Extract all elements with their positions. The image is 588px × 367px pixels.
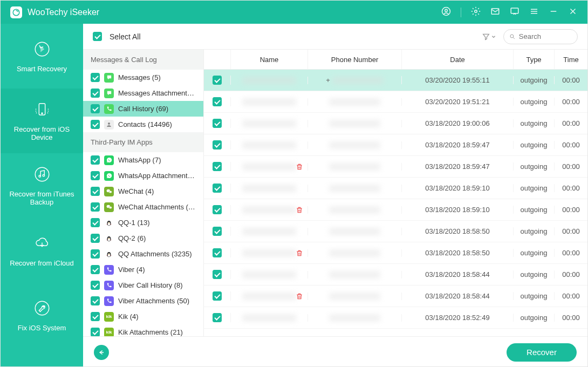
cell-type: outgoing (514, 184, 555, 192)
search-box[interactable] (503, 29, 578, 44)
select-all-checkbox[interactable] (93, 32, 102, 41)
table-row[interactable]: 03/18/2020 18:58:50outgoing00:00 (204, 221, 587, 242)
row-checkbox[interactable] (213, 270, 222, 279)
row-checkbox[interactable] (213, 227, 222, 236)
table-row[interactable]: +03/20/2020 19:55:11outgoing00:00 (204, 70, 587, 91)
grid-body[interactable]: +03/20/2020 19:55:11outgoing00:0003/20/2… (204, 70, 587, 336)
close-icon[interactable] (568, 6, 578, 18)
sidebar-item-smart-recovery[interactable]: Smart Recovery (1, 24, 83, 89)
table-row[interactable]: 03/18/2020 18:59:47outgoing00:00 (204, 134, 587, 156)
category-label: WeChat Attachments (986) (118, 203, 196, 211)
wechat-icon (104, 202, 114, 212)
filter-icon[interactable] (482, 32, 496, 41)
category-checkbox[interactable] (91, 202, 100, 212)
row-checkbox[interactable] (213, 184, 222, 193)
category-checkbox[interactable] (91, 73, 100, 82)
col-type[interactable]: Type (514, 50, 555, 69)
category-item[interactable]: Viber Call History (8) (83, 277, 203, 293)
category-checkbox[interactable] (91, 218, 100, 227)
row-checkbox[interactable] (213, 97, 222, 106)
category-item[interactable]: QQ-2 (6) (83, 230, 203, 246)
cell-name (231, 206, 308, 214)
table-row[interactable]: 03/18/2020 19:00:06outgoing00:00 (204, 113, 587, 134)
separator (461, 8, 461, 17)
category-checkbox[interactable] (91, 281, 100, 290)
category-item[interactable]: Contacts (14496) (83, 117, 203, 132)
search-input[interactable] (519, 32, 572, 40)
category-checkbox[interactable] (91, 328, 100, 336)
account-icon[interactable] (441, 6, 451, 18)
table-row[interactable]: 03/18/2020 18:58:44outgoing00:00 (204, 264, 587, 286)
category-item[interactable]: Viber Attachments (50) (83, 293, 203, 309)
category-item[interactable]: kikKik Attachments (21) (83, 324, 203, 336)
table-row[interactable]: 03/20/2020 19:51:21outgoing00:00 (204, 91, 587, 113)
row-checkbox[interactable] (213, 313, 222, 322)
feedback-icon[interactable] (510, 6, 519, 18)
sidebar-item-label: Recover from iTunes Backup (4, 190, 80, 206)
svg-point-2 (445, 9, 448, 12)
app-logo (10, 6, 22, 18)
category-checkbox[interactable] (91, 155, 100, 165)
row-checkbox[interactable] (213, 248, 222, 257)
category-item[interactable]: Messages (5) (83, 70, 203, 85)
cell-date: 03/18/2020 18:59:47 (402, 141, 514, 149)
table-row[interactable]: 03/18/2020 18:52:49outgoing00:00 (204, 307, 587, 329)
category-item[interactable]: WeChat (4) (83, 184, 203, 199)
col-phone[interactable]: Phone Number (308, 50, 402, 69)
category-checkbox[interactable] (91, 104, 100, 113)
sidebar-item-recover-icloud[interactable]: Recover from iCloud (1, 218, 83, 283)
table-row[interactable]: 03/18/2020 18:59:10outgoing00:00 (204, 178, 587, 199)
table-row[interactable]: 03/18/2020 18:59:10outgoing00:00 (204, 199, 587, 221)
cell-time: 00:00 (555, 270, 587, 278)
minimize-icon[interactable] (549, 6, 558, 18)
category-item[interactable]: Viber (4) (83, 262, 203, 277)
category-checkbox[interactable] (91, 249, 100, 259)
category-checkbox[interactable] (91, 296, 100, 305)
category-item[interactable]: WeChat Attachments (986) (83, 199, 203, 215)
category-checkbox[interactable] (91, 89, 100, 98)
cell-time: 00:00 (555, 249, 587, 257)
category-item[interactable]: WhatsApp Attachments (565) (83, 168, 203, 184)
cell-type: outgoing (514, 119, 555, 127)
category-item[interactable]: QQ-1 (13) (83, 215, 203, 230)
menu-icon[interactable] (529, 6, 539, 18)
row-checkbox[interactable] (213, 140, 222, 149)
table-row[interactable]: 03/18/2020 18:58:50outgoing00:00 (204, 242, 587, 264)
col-time[interactable]: Time (555, 50, 587, 69)
back-button[interactable] (94, 345, 109, 360)
category-checkbox[interactable] (91, 187, 100, 196)
row-checkbox[interactable] (213, 291, 222, 301)
table-row[interactable]: 03/18/2020 18:59:47outgoing00:00 (204, 156, 587, 178)
category-checkbox[interactable] (91, 234, 100, 243)
category-checkbox[interactable] (91, 120, 100, 129)
sidebar-item-fix-ios[interactable]: Fix iOS System (1, 283, 83, 348)
category-item[interactable]: Call History (69) (83, 101, 203, 117)
trash-icon[interactable] (296, 249, 303, 257)
col-date[interactable]: Date (402, 50, 514, 69)
mail-icon[interactable] (490, 6, 500, 18)
table-row[interactable]: 03/18/2020 18:58:44outgoing00:00 (204, 286, 587, 307)
category-item[interactable]: QQ Attachments (3235) (83, 246, 203, 262)
cell-phone (308, 98, 402, 106)
category-list[interactable]: Messages & Call Log Messages (5)Messages… (83, 50, 204, 336)
category-item[interactable]: Messages Attachments (25) (83, 85, 203, 101)
viber-icon (104, 265, 114, 275)
gear-icon[interactable] (471, 6, 481, 18)
row-checkbox[interactable] (213, 76, 222, 85)
cell-name (231, 185, 308, 192)
trash-icon[interactable] (296, 293, 303, 300)
sidebar-item-recover-itunes[interactable]: Recover from iTunes Backup (1, 153, 83, 218)
category-checkbox[interactable] (91, 171, 100, 180)
category-item[interactable]: WhatsApp (7) (83, 152, 203, 168)
row-checkbox[interactable] (213, 205, 222, 214)
sidebar-item-recover-ios[interactable]: Recover from iOS Device (1, 89, 83, 153)
category-checkbox[interactable] (91, 265, 100, 274)
row-checkbox[interactable] (213, 162, 222, 171)
recover-button[interactable]: Recover (507, 343, 577, 362)
category-checkbox[interactable] (91, 312, 100, 321)
trash-icon[interactable] (296, 206, 303, 214)
row-checkbox[interactable] (213, 119, 222, 128)
col-name[interactable]: Name (231, 50, 308, 69)
category-item[interactable]: kikKik (4) (83, 309, 203, 324)
trash-icon[interactable] (296, 163, 303, 171)
